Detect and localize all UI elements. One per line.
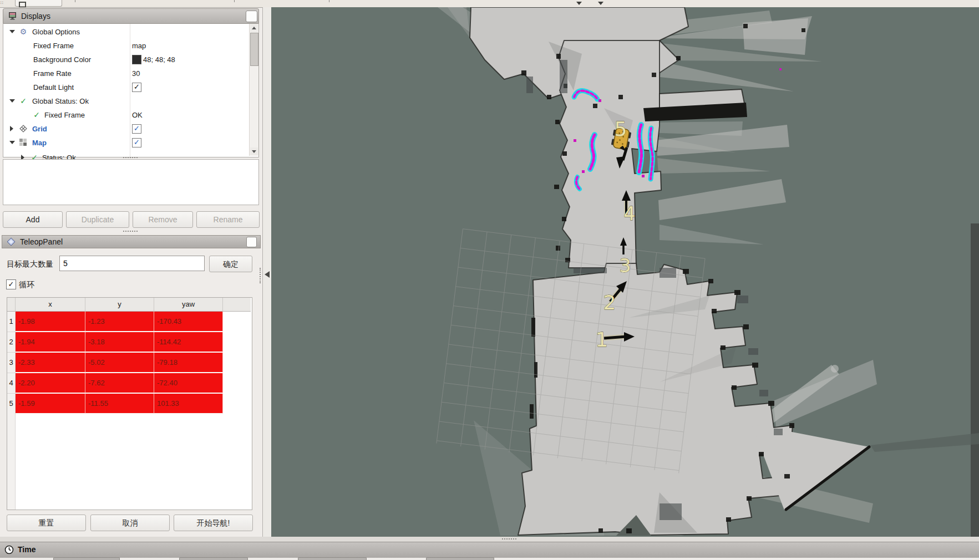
color-swatch[interactable] <box>132 55 141 64</box>
goal-count-label: 目标最大数量 <box>7 259 53 269</box>
checkbox[interactable]: ✓ <box>132 124 141 134</box>
cell-yaw[interactable]: -79.18 <box>154 353 223 373</box>
grid-icon <box>19 124 28 133</box>
row-header[interactable]: 4 <box>7 373 16 394</box>
confirm-button[interactable]: 确定 <box>209 256 252 272</box>
time-panel-button[interactable] <box>53 557 120 560</box>
tree-label: Global Status: Ok <box>32 97 89 105</box>
time-panel-button[interactable] <box>298 557 367 560</box>
scroll-up-button[interactable] <box>250 24 258 32</box>
expand-arrow-icon[interactable] <box>9 30 15 33</box>
cell-yaw[interactable]: -170.43 <box>154 312 223 332</box>
row-header-strip <box>7 414 16 510</box>
column-header-x[interactable]: x <box>16 298 85 312</box>
cell-x[interactable]: -1.94 <box>16 332 85 352</box>
tree-row-frame-rate[interactable]: Frame Rate 30 <box>3 67 247 80</box>
time-panel-button[interactable] <box>426 557 494 560</box>
cell-y[interactable]: -7.62 <box>85 373 154 393</box>
tree-row-grid[interactable]: Grid ✓ <box>3 122 247 136</box>
cell-y[interactable]: -5.02 <box>85 353 154 373</box>
panel-detach-button[interactable] <box>246 237 257 247</box>
cell-yaw[interactable]: -114.42 <box>154 332 223 352</box>
cell-x[interactable]: -1.59 <box>16 394 85 414</box>
tree-label: Fixed Frame <box>33 42 74 50</box>
displays-panel-header: Displays <box>3 8 259 24</box>
rviz-window: ∷ Displays ⚙ Global Options Fixed Frame … <box>0 0 979 560</box>
cell-y[interactable]: -3.18 <box>85 332 154 352</box>
goal-count-input[interactable] <box>59 256 205 271</box>
checkbox[interactable]: ✓ <box>132 138 141 147</box>
tool-button[interactable] <box>15 0 62 7</box>
cell-yaw[interactable]: 101.33 <box>154 394 223 414</box>
column-header-y[interactable]: y <box>85 298 154 312</box>
tree-label: Grid <box>32 125 47 133</box>
expand-arrow-icon[interactable] <box>9 141 15 144</box>
cell-x[interactable]: -1.98 <box>16 312 85 332</box>
toolbar-grip-icon: ∷ <box>1 1 4 6</box>
display-description-box <box>3 159 259 205</box>
displays-icon <box>8 12 17 21</box>
tree-value[interactable]: 30 <box>132 69 140 78</box>
tree-label: Map <box>32 139 47 147</box>
scroll-up-icon <box>252 27 256 29</box>
cell-x[interactable]: -2.33 <box>16 353 85 373</box>
tree-row-map[interactable]: Map ✓ <box>3 136 247 150</box>
horizontal-splitter[interactable] <box>0 537 979 542</box>
panel-detach-button[interactable] <box>246 11 257 22</box>
scroll-down-button[interactable] <box>250 147 258 155</box>
status-ok-icon: ✓ <box>19 96 28 105</box>
dropdown-arrow-icon[interactable] <box>598 2 603 5</box>
loop-checkbox[interactable]: ✓ <box>6 279 16 289</box>
tree-scrollbar[interactable] <box>249 24 258 156</box>
cell-y[interactable]: -1.23 <box>85 312 154 332</box>
rename-display-button[interactable]: Rename <box>196 211 260 228</box>
expand-arrow-icon[interactable] <box>10 126 13 131</box>
status-ok-icon: ✓ <box>32 110 41 119</box>
toolbar: ∷ <box>0 0 979 8</box>
loop-label: 循环 <box>19 280 34 290</box>
tree-label: Fixed Frame <box>44 111 85 119</box>
cell-x[interactable]: -2.20 <box>16 373 85 393</box>
expand-arrow-icon[interactable] <box>9 99 15 103</box>
vertical-splitter[interactable] <box>262 7 272 537</box>
add-display-button[interactable]: Add <box>3 211 63 228</box>
dropdown-arrow-icon[interactable] <box>576 2 582 5</box>
row-header[interactable]: 1 <box>7 312 16 332</box>
cell-yaw[interactable]: -72.40 <box>154 373 223 393</box>
row-header[interactable]: 5 <box>7 394 16 414</box>
column-header-yaw[interactable]: yaw <box>154 298 223 312</box>
tree-row-background-color[interactable]: Background Color 48; 48; 48 <box>3 53 247 67</box>
start-navigation-button[interactable]: 开始导航! <box>174 515 253 531</box>
toolbar-separator <box>234 0 235 2</box>
panel-title: Displays <box>21 12 50 21</box>
checkbox[interactable]: ✓ <box>132 83 141 92</box>
waypoint-label-1: 1 <box>596 328 608 351</box>
tree-row-global-status[interactable]: ✓ Global Status: Ok <box>3 94 247 108</box>
tree-row-fixed-frame[interactable]: Fixed Frame map <box>3 39 247 53</box>
time-panel-button[interactable] <box>179 557 248 560</box>
splitter-handle[interactable] <box>123 231 138 232</box>
duplicate-display-button[interactable]: Duplicate <box>66 211 129 228</box>
scrollbar-thumb[interactable] <box>250 33 258 66</box>
tree-row-default-light[interactable]: Default Light ✓ <box>3 80 247 94</box>
table-row: 2-1.94-3.18-114.42 <box>7 332 251 353</box>
remove-display-button[interactable]: Remove <box>133 211 193 228</box>
table-corner-header <box>7 298 16 312</box>
tree-row-global-options[interactable]: ⚙ Global Options <box>3 25 247 39</box>
tree-row-status-fixed-frame[interactable]: ✓ Fixed Frame OK <box>3 108 247 122</box>
table-row: 1-1.98-1.23-170.43 <box>7 312 251 332</box>
row-header[interactable]: 2 <box>7 332 16 353</box>
collapse-arrow-icon[interactable] <box>265 271 270 278</box>
tree-value[interactable]: map <box>132 42 146 50</box>
cancel-button[interactable]: 取消 <box>90 515 170 531</box>
cell-y[interactable]: -11.55 <box>85 394 154 414</box>
map-viewport[interactable]: 5 4 3 2 1 <box>271 7 979 537</box>
tree-value[interactable]: 48; 48; 48 <box>143 55 175 64</box>
time-panel-header: Time <box>0 542 979 558</box>
reset-button[interactable]: 重置 <box>7 515 86 531</box>
table-row: 4-2.20-7.62-72.40 <box>7 373 251 394</box>
row-header[interactable]: 3 <box>7 353 16 373</box>
splitter-handle[interactable] <box>123 157 138 158</box>
tree-label: Background Color <box>33 55 91 64</box>
tree-label: Default Light <box>33 83 74 91</box>
